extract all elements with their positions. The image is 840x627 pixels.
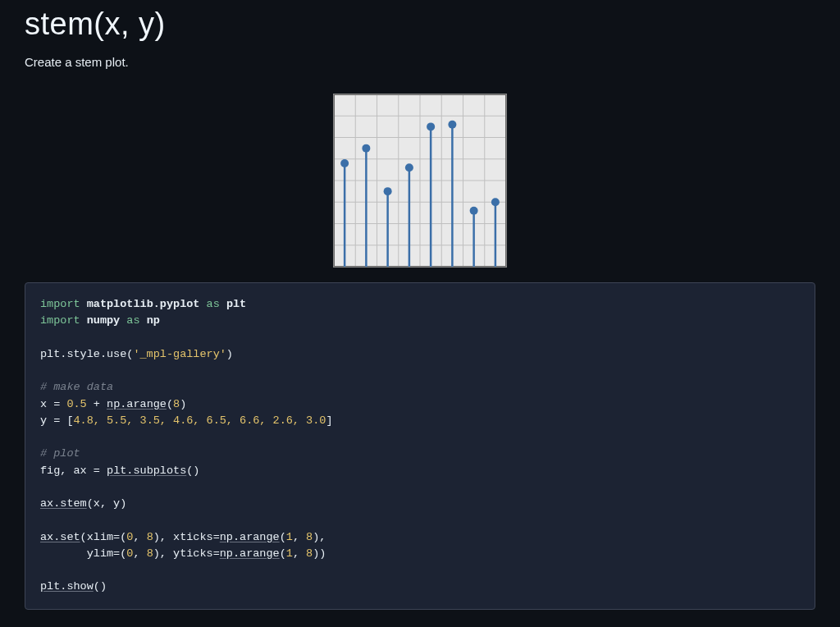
code-content: import matplotlib.pyplot as plt import n… xyxy=(40,296,800,596)
svg-point-31 xyxy=(491,198,500,206)
code-block[interactable]: import matplotlib.pyplot as plt import n… xyxy=(25,282,815,610)
svg-point-17 xyxy=(340,159,349,167)
stem-plot xyxy=(333,94,507,268)
page-title: stem(x, y) xyxy=(25,7,815,42)
svg-point-19 xyxy=(362,144,370,153)
page-subtitle: Create a stem plot. xyxy=(25,55,815,69)
svg-point-29 xyxy=(470,207,478,215)
svg-point-21 xyxy=(384,187,392,195)
svg-point-27 xyxy=(448,121,456,129)
svg-point-23 xyxy=(405,163,413,172)
svg-point-25 xyxy=(427,122,435,130)
